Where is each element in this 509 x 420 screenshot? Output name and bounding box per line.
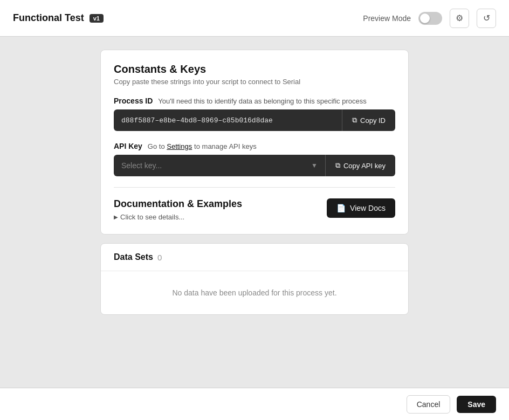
- process-id-description: You'll need this to identify data as bel…: [158, 97, 366, 105]
- version-badge: v1: [90, 14, 104, 23]
- docs-title: Documentation & Examples: [114, 198, 242, 210]
- docs-expand-toggle[interactable]: Click to see details...: [114, 213, 242, 221]
- datasets-count: 0: [157, 253, 162, 262]
- process-id-label: Process ID You'll need this to identify …: [114, 97, 395, 105]
- docs-left: Documentation & Examples Click to see de…: [114, 198, 242, 221]
- copy-id-button[interactable]: ⧉ Copy ID: [342, 109, 395, 131]
- datasets-body: No data have been uploaded for this proc…: [101, 271, 408, 314]
- save-button[interactable]: Save: [457, 396, 496, 413]
- settings-link[interactable]: Settings: [167, 142, 192, 150]
- settings-button[interactable]: ⚙: [450, 9, 469, 28]
- copy-icon: ⧉: [352, 116, 357, 125]
- main-content: Constants & Keys Copy paste these string…: [0, 37, 509, 388]
- card-title: Constants & Keys: [114, 63, 395, 75]
- api-key-label: API Key Go to Settings to manage API key…: [114, 142, 395, 150]
- preview-mode-toggle[interactable]: [418, 12, 442, 25]
- chevron-down-icon: ▼: [311, 162, 318, 169]
- api-key-label-text: API Key: [114, 142, 142, 150]
- api-key-prefix: Go to: [148, 142, 167, 150]
- datasets-title: Data Sets 0: [114, 252, 395, 262]
- no-data-message: No data have been uploaded for this proc…: [114, 288, 395, 297]
- process-id-row: ⧉ Copy ID: [114, 109, 395, 131]
- preview-mode-label: Preview Mode: [363, 14, 411, 23]
- process-id-label-text: Process ID: [114, 97, 153, 105]
- copy-api-icon: ⧉: [335, 161, 340, 170]
- process-id-input[interactable]: [114, 109, 342, 131]
- key-select-dropdown[interactable]: Select key... ▼: [114, 155, 325, 176]
- docs-row: Documentation & Examples Click to see de…: [114, 198, 395, 221]
- key-select-placeholder: Select key...: [121, 161, 162, 170]
- app-title: Functional Test: [13, 12, 84, 24]
- datasets-card: Data Sets 0 No data have been uploaded f…: [100, 243, 409, 315]
- api-key-suffix2: to manage API keys: [194, 142, 257, 150]
- book-icon: 📄: [336, 204, 346, 212]
- app-footer: Cancel Save: [0, 388, 509, 420]
- datasets-header: Data Sets 0: [101, 244, 408, 271]
- header-right: Preview Mode ⚙ ↺: [363, 9, 496, 28]
- history-button[interactable]: ↺: [477, 9, 496, 28]
- view-docs-button[interactable]: 📄 View Docs: [327, 198, 395, 218]
- history-icon: ↺: [483, 13, 490, 23]
- cancel-button[interactable]: Cancel: [407, 395, 451, 414]
- api-key-row: Select key... ▼ ⧉ Copy API key: [114, 155, 395, 176]
- gear-icon: ⚙: [456, 13, 463, 23]
- app-header: Functional Test v1 Preview Mode ⚙ ↺: [0, 0, 509, 37]
- constants-keys-card: Constants & Keys Copy paste these string…: [100, 50, 409, 235]
- card-subtitle: Copy paste these strings into your scrip…: [114, 78, 395, 86]
- section-divider: [114, 187, 395, 188]
- copy-api-key-button[interactable]: ⧉ Copy API key: [325, 155, 395, 176]
- header-left: Functional Test v1: [13, 12, 104, 24]
